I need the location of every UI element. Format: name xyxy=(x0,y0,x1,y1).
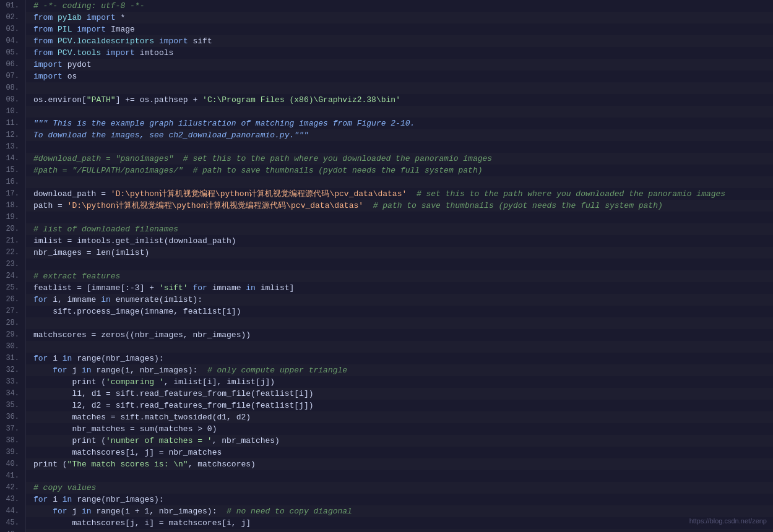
table-row: 36. matches = sift.match_twosided(d1, d2… xyxy=(0,411,773,423)
line-number: 16. xyxy=(0,176,26,188)
line-number: 25. xyxy=(0,282,26,294)
code-content: # -*- coding: utf-8 -*- xyxy=(26,0,773,12)
line-number: 07. xyxy=(0,71,26,82)
table-row: 16. xyxy=(0,176,773,188)
code-editor: 01.# -*- coding: utf-8 -*-02.from pylab … xyxy=(0,0,773,532)
code-content: from PCV.tools import imtools xyxy=(26,47,773,59)
line-number: 19. xyxy=(0,212,26,223)
table-row: 33. print ('comparing ', imlist[i], imli… xyxy=(0,376,773,388)
table-row: 43.for i in range(nbr_images): xyxy=(0,494,773,505)
code-content xyxy=(26,212,773,223)
table-row: 14.#download_path = "panoimages" # set t… xyxy=(0,153,773,165)
code-content: print ('number of matches = ', nbr_match… xyxy=(26,435,773,447)
code-content: # list of downloaded filenames xyxy=(26,223,773,235)
code-table: 01.# -*- coding: utf-8 -*-02.from pylab … xyxy=(0,0,773,532)
line-number: 09. xyxy=(0,94,26,106)
table-row: 40.print ("The match scores is: \n", mat… xyxy=(0,458,773,470)
code-content: sift.process_image(imname, featlist[i]) xyxy=(26,306,773,317)
table-row: 29.matchscores = zeros((nbr_images, nbr_… xyxy=(0,329,773,341)
table-row: 10. xyxy=(0,106,773,118)
table-row: 15.#path = "/FULLPATH/panoimages/" # pat… xyxy=(0,165,773,176)
line-number: 37. xyxy=(0,423,26,435)
line-number: 33. xyxy=(0,376,26,388)
code-content: # copy values xyxy=(26,482,773,494)
line-number: 44. xyxy=(0,505,26,517)
line-number: 15. xyxy=(0,165,26,176)
code-content xyxy=(26,341,773,353)
code-content xyxy=(26,529,773,532)
code-content: import os xyxy=(26,71,773,82)
watermark: https://blog.csdn.net/zenp xyxy=(689,515,767,527)
line-number: 40. xyxy=(0,458,26,470)
table-row: 41. xyxy=(0,470,773,482)
table-row: 26.for i, imname in enumerate(imlist): xyxy=(0,294,773,306)
line-number: 14. xyxy=(0,153,26,165)
line-number: 38. xyxy=(0,435,26,447)
line-number: 21. xyxy=(0,235,26,247)
table-row: 17.download_path = 'D:\python计算机视觉编程\pyt… xyxy=(0,188,773,200)
line-number: 39. xyxy=(0,447,26,458)
table-row: 45. matchscores[j, i] = matchscores[i, j… xyxy=(0,517,773,529)
code-content: To download the images, see ch2_download… xyxy=(26,129,773,141)
table-row: 35. l2, d2 = sift.read_features_from_fil… xyxy=(0,400,773,411)
table-row: 39. matchscores[i, j] = nbr_matches xyxy=(0,447,773,458)
table-row: 22.nbr_images = len(imlist) xyxy=(0,247,773,259)
table-row: 23. xyxy=(0,259,773,270)
line-number: 03. xyxy=(0,24,26,35)
code-content: matchscores[i, j] = nbr_matches xyxy=(26,447,773,458)
line-number: 18. xyxy=(0,200,26,212)
table-row: 37. nbr_matches = sum(matches > 0) xyxy=(0,423,773,435)
table-row: 44. for j in range(i + 1, nbr_images): #… xyxy=(0,505,773,517)
line-number: 31. xyxy=(0,353,26,364)
table-row: 30. xyxy=(0,341,773,353)
line-number: 08. xyxy=(0,82,26,94)
table-row: 20.# list of downloaded filenames xyxy=(0,223,773,235)
line-number: 34. xyxy=(0,388,26,400)
code-content: matchscores[j, i] = matchscores[i, j] xyxy=(26,517,773,529)
table-row: 13. xyxy=(0,141,773,153)
line-number: 30. xyxy=(0,341,26,353)
table-row: 32. for j in range(i, nbr_images): # onl… xyxy=(0,364,773,376)
table-row: 03.from PIL import Image xyxy=(0,24,773,35)
line-number: 12. xyxy=(0,129,26,141)
table-row: 19. xyxy=(0,212,773,223)
code-content: os.environ["PATH"] += os.pathsep + 'C:\P… xyxy=(26,94,773,106)
code-content xyxy=(26,176,773,188)
code-content: from pylab import * xyxy=(26,12,773,24)
table-row: 34. l1, d1 = sift.read_features_from_fil… xyxy=(0,388,773,400)
code-content: #path = "/FULLPATH/panoimages/" # path t… xyxy=(26,165,773,176)
code-content xyxy=(26,470,773,482)
code-content: for i, imname in enumerate(imlist): xyxy=(26,294,773,306)
code-content xyxy=(26,82,773,94)
code-content xyxy=(26,106,773,118)
line-number: 04. xyxy=(0,35,26,47)
code-content xyxy=(26,141,773,153)
table-row: 06.import pydot xyxy=(0,59,773,71)
table-row: 18.path = 'D:\python计算机视觉编程\python计算机视觉编… xyxy=(0,200,773,212)
code-content: #download_path = "panoimages" # set this… xyxy=(26,153,773,165)
code-content: for j in range(i + 1, nbr_images): # no … xyxy=(26,505,773,517)
table-row: 46. xyxy=(0,529,773,532)
line-number: 11. xyxy=(0,118,26,129)
code-content xyxy=(26,317,773,329)
table-row: 38. print ('number of matches = ', nbr_m… xyxy=(0,435,773,447)
code-content: nbr_matches = sum(matches > 0) xyxy=(26,423,773,435)
table-row: 24.# extract features xyxy=(0,270,773,282)
code-content: from PCV.localdescriptors import sift xyxy=(26,35,773,47)
line-number: 46. xyxy=(0,529,26,532)
line-number: 23. xyxy=(0,259,26,270)
line-number: 01. xyxy=(0,0,26,12)
line-number: 36. xyxy=(0,411,26,423)
line-number: 27. xyxy=(0,306,26,317)
code-content: for i in range(nbr_images): xyxy=(26,494,773,505)
code-content: for i in range(nbr_images): xyxy=(26,353,773,364)
code-content: import pydot xyxy=(26,59,773,71)
line-number: 22. xyxy=(0,247,26,259)
code-content: from PIL import Image xyxy=(26,24,773,35)
code-content: nbr_images = len(imlist) xyxy=(26,247,773,259)
code-content xyxy=(26,259,773,270)
line-number: 10. xyxy=(0,106,26,118)
code-content: """ This is the example graph illustrati… xyxy=(26,118,773,129)
code-content: l1, d1 = sift.read_features_from_file(fe… xyxy=(26,388,773,400)
line-number: 28. xyxy=(0,317,26,329)
